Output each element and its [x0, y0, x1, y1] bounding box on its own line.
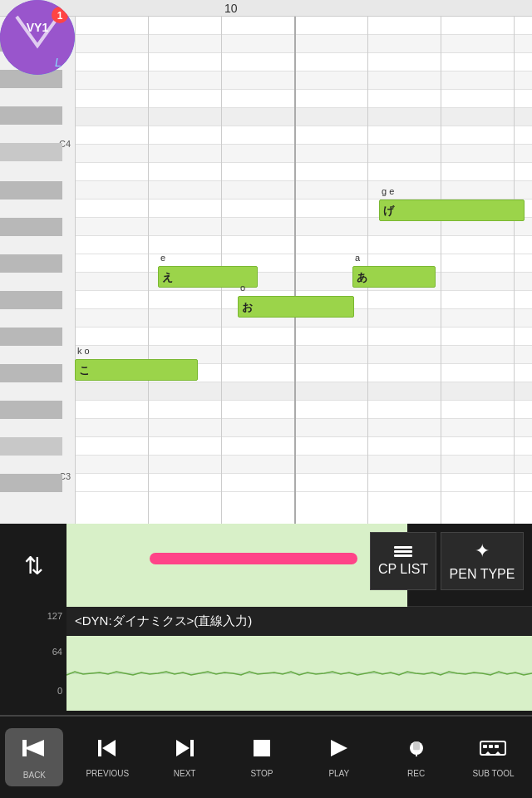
velocity-graph: 62 — [66, 524, 407, 607]
vel-left: ⇅ — [0, 524, 66, 607]
note-e-kana: え — [162, 270, 173, 285]
control-panel: ⇅ 62 CP LIST ✦ PEN TYPE <DYN:ダイナミクス>(直線入… — [0, 524, 532, 715]
previous-button[interactable]: PREVIOUS — [74, 724, 140, 791]
note-ko-romaji: k o — [77, 347, 90, 356]
top-bar: 10 — [0, 0, 532, 17]
piano-keys: C4 C3 — [0, 17, 75, 524]
avatar: VY1 1 L — [0, 0, 75, 75]
pen-type-icon: ✦ — [475, 540, 490, 562]
svg-rect-22 — [495, 745, 499, 748]
svg-rect-8 — [22, 740, 27, 756]
play-icon — [328, 736, 351, 766]
y-label-127: 127 — [47, 611, 62, 621]
dyn-label-area: <DYN:ダイナミクス>(直線入力) — [0, 607, 532, 636]
svg-rect-12 — [190, 740, 194, 756]
y-label-0: 0 — [57, 686, 62, 696]
svg-marker-24 — [495, 751, 501, 755]
note-a-romaji: a — [355, 254, 360, 263]
svg-rect-16 — [413, 741, 420, 751]
pen-type-button[interactable]: ✦ PEN TYPE — [441, 532, 524, 590]
svg-marker-11 — [176, 740, 190, 756]
dynamics-graph — [66, 636, 532, 711]
svg-rect-10 — [98, 740, 101, 756]
y-label-64: 64 — [52, 647, 62, 657]
note-o-romaji: o — [240, 283, 245, 293]
back-icon — [21, 735, 47, 767]
sub-tool-icon — [480, 736, 506, 766]
grid-area: g e げ e え o お a あ k o こ — [75, 17, 532, 524]
sub-tool-button[interactable]: SUB TOOL — [460, 724, 526, 791]
next-label: NEXT — [174, 769, 196, 778]
svg-rect-13 — [254, 740, 270, 756]
cp-list-button[interactable]: CP LIST — [370, 532, 436, 590]
rec-icon — [405, 736, 428, 766]
note-ge-kana: げ — [383, 204, 394, 219]
next-button[interactable]: NEXT — [151, 724, 218, 791]
cp-list-icon — [394, 546, 412, 557]
previous-icon — [96, 736, 119, 766]
svg-marker-23 — [485, 751, 491, 755]
stop-button[interactable]: STOP — [229, 724, 295, 791]
velocity-row: ⇅ 62 CP LIST ✦ PEN TYPE — [0, 524, 532, 607]
note-ko-kana: こ — [79, 363, 90, 378]
note-ge[interactable]: g e げ — [379, 200, 525, 221]
dyn-label: <DYN:ダイナミクス>(直線入力) — [75, 613, 252, 629]
note-a-kana: あ — [357, 270, 367, 285]
velocity-bar — [150, 553, 357, 564]
svg-marker-9 — [102, 740, 116, 756]
rec-label: REC — [407, 769, 425, 778]
note-ge-romaji: g e — [382, 187, 394, 196]
sub-tool-label: SUB TOOL — [472, 769, 514, 778]
svg-text:1: 1 — [57, 10, 63, 22]
note-ko[interactable]: k o こ — [75, 359, 198, 381]
svg-rect-20 — [483, 745, 487, 748]
note-o-kana: お — [242, 300, 253, 315]
play-button[interactable]: PLAY — [306, 724, 372, 791]
measure-label: 10 — [224, 2, 238, 15]
y-labels: 127 64 0 — [0, 607, 66, 711]
stop-icon — [250, 736, 273, 766]
back-button[interactable]: BACK — [5, 728, 63, 786]
up-down-arrow-icon: ⇅ — [24, 552, 43, 579]
svg-marker-14 — [331, 740, 347, 756]
back-label: BACK — [23, 771, 46, 780]
bottom-toolbar: BACK PREVIOUS NEXT STOP — [0, 715, 532, 798]
pen-type-label: PEN TYPE — [450, 567, 515, 582]
piano-roll: 10 VY1 1 L C4 C3 — [0, 0, 532, 524]
note-a[interactable]: a あ — [352, 266, 436, 288]
previous-label: PREVIOUS — [86, 769, 129, 778]
svg-rect-21 — [489, 745, 493, 748]
note-e-romaji: e — [160, 254, 165, 263]
svg-marker-7 — [24, 740, 44, 756]
stop-label: STOP — [250, 769, 273, 778]
note-o[interactable]: o お — [238, 296, 354, 318]
cp-list-label: CP LIST — [378, 562, 428, 577]
rec-button[interactable]: REC — [383, 724, 450, 791]
play-label: PLAY — [328, 769, 349, 778]
next-icon — [173, 736, 196, 766]
